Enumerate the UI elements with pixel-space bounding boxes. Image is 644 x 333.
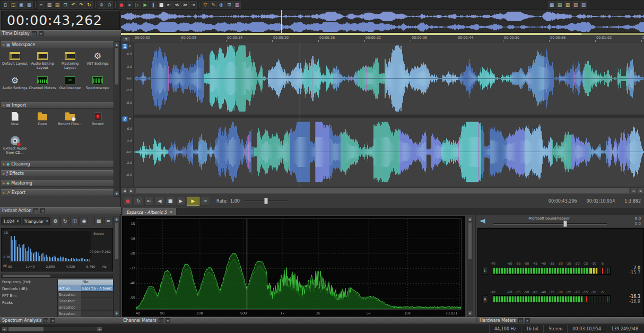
section-header-export[interactable]: ▸↗Export — [1, 189, 120, 196]
fft-display[interactable]: -10-19-28-37-46-55 40902005001k2k5k10k20… — [122, 216, 465, 317]
go-to-end-button[interactable]: ⇥ — [189, 1, 197, 9]
play-normal-button[interactable]: ▶ — [187, 197, 199, 206]
repeat-button[interactable]: ↻ — [85, 1, 93, 9]
pencil-tool-button[interactable]: ✎ — [210, 1, 217, 9]
waveform-channel-1[interactable] — [134, 42, 644, 115]
freeze-button[interactable]: ◉ — [80, 217, 88, 225]
scrollbar-thumb[interactable] — [8, 327, 43, 331]
workspace-item-vst-settings[interactable]: ⚙VST Settings — [84, 49, 111, 73]
stop-button[interactable]: ■ — [158, 1, 165, 9]
spectrum-mini-display[interactable]: -18 -138 dB Stereo 00:00:43,262 501,4402… — [1, 228, 113, 271]
redo-button[interactable]: ↷ — [77, 1, 85, 9]
close-panel-icon[interactable]: × — [40, 208, 45, 213]
go-to-start-button[interactable]: ⇤ — [144, 197, 154, 206]
snapshot-row[interactable]: Snapshot #1: — [58, 292, 113, 298]
channel-meters-scrollbar[interactable]: ▲▼ — [467, 216, 473, 317]
scroll-up-icon[interactable]: ▲ — [467, 216, 473, 222]
play-all-button[interactable]: ▷ — [134, 1, 141, 9]
scroll-down-icon[interactable]: ▼ — [114, 311, 119, 316]
trim-button[interactable]: ⊟ — [62, 1, 69, 9]
previous-button[interactable]: ◀ — [155, 197, 164, 206]
scrub-button[interactable]: ≈ — [201, 197, 210, 206]
record-button[interactable]: ● — [118, 1, 125, 9]
document-tab[interactable]: Esparza - Albeniz 5 × — [123, 208, 176, 215]
playback-cursor[interactable] — [300, 42, 300, 187]
spectrum-analysis-scrollbar[interactable]: ▲▼ — [114, 216, 120, 317]
zoom-in-icon[interactable]: ⊕ — [637, 188, 644, 194]
zoom-in-button[interactable]: ⊕ — [98, 1, 105, 9]
window-layout-2-button[interactable]: ▤ — [556, 1, 563, 9]
waveform-editor[interactable]: 1 ▼ 2 ▼ 6.02.0-Inf.-2.0-6.06.02.0-Inf.-2… — [121, 42, 644, 187]
workspace-item-oscilloscope[interactable]: ≈Oscilloscope — [56, 73, 84, 98]
time-ruler[interactable]: ▼ 00:00:0200:00:0800:00:1400:00:2000:00:… — [121, 33, 644, 42]
play-button[interactable]: ▶ — [176, 197, 186, 206]
file-save-all-button[interactable]: ▦ — [25, 1, 33, 9]
window-layout-1-button[interactable]: ▦ — [548, 1, 555, 9]
scroll-down-icon[interactable]: ▼ — [114, 191, 119, 196]
snapshot-row[interactable]: Snapshot #2: — [58, 298, 113, 304]
settings-button[interactable]: ⚙ — [51, 217, 59, 225]
float-panel-icon[interactable]: □ — [33, 208, 38, 213]
cut-button[interactable]: ✂ — [38, 1, 45, 9]
chevron-down-icon[interactable]: ▼ — [129, 117, 131, 120]
workspace-item-audio-settings[interactable]: ⚙Audio Settings — [1, 73, 29, 98]
workspace-item-spectroscope[interactable]: Spectroscope — [84, 73, 111, 98]
file-open-button[interactable]: ◱ — [10, 1, 17, 9]
close-panel-icon[interactable]: × — [166, 318, 170, 323]
import-item-new[interactable]: New — [1, 109, 29, 134]
scroll-up-icon[interactable]: ▲ — [114, 216, 119, 222]
paste-button[interactable]: ▤ — [54, 1, 61, 9]
import-item-record[interactable]: Record — [84, 109, 111, 134]
speaker-icon[interactable] — [481, 218, 487, 224]
window-layout-5-button[interactable]: ▨ — [580, 1, 587, 9]
overview-cursor[interactable] — [281, 10, 282, 33]
section-header-mastering[interactable]: ▸◈Mastering — [1, 180, 120, 187]
scrollbar-thumb[interactable] — [135, 188, 630, 194]
workspace-item-audio-editing-layout[interactable]: Audio Editing Layout — [29, 49, 56, 73]
workspace-item-mastering-layout[interactable]: Mastering Layout — [56, 49, 84, 73]
bottom-mini-scrollbar[interactable]: ◀ ▶ — [1, 327, 103, 332]
spectrum-h-scrollbar[interactable] — [1, 274, 113, 278]
scrollbar-thumb[interactable] — [3, 275, 50, 277]
scroll-up-icon[interactable]: ▲ — [114, 42, 119, 47]
scroll-right-icon[interactable]: ▶ — [128, 188, 135, 194]
snapshot-row[interactable]: Active:Esparza - Albeniz — [58, 285, 113, 292]
forward-button[interactable]: ≫ — [181, 1, 189, 9]
slider-thumb[interactable] — [264, 198, 268, 204]
close-panel-icon[interactable]: × — [525, 318, 530, 323]
scroll-right-icon[interactable]: ▶ — [97, 327, 102, 331]
window-type-dropdown[interactable]: Triangular ▼ — [22, 217, 50, 225]
file-new-button[interactable]: ▯ — [2, 1, 9, 9]
snapshot-row[interactable]: Snapshot #3: — [58, 304, 113, 311]
waveform-h-scrollbar[interactable]: ◀ ▶ ⊖ ⊕ — [121, 187, 644, 194]
ruler-menu-icon[interactable]: ▼ — [122, 36, 130, 41]
float-panel-icon[interactable]: □ — [518, 318, 523, 323]
section-header-workspace[interactable]: ▸ ▣ Workspace — [1, 41, 120, 48]
volume-slider-thumb[interactable] — [563, 221, 567, 227]
undo-button[interactable]: ↶ — [69, 1, 77, 9]
go-to-start-button[interactable]: ⇤ — [166, 1, 173, 9]
section-header-cleaning[interactable]: ▸◆Cleaning — [1, 161, 120, 168]
channel-2-badge[interactable]: 2 — [122, 116, 128, 122]
workspace-item-default-layout[interactable]: Default Layout — [1, 49, 29, 73]
instant-action-scrollbar[interactable]: ▲▼ — [114, 41, 120, 197]
stop-button[interactable]: ■ — [166, 197, 175, 206]
copy-button[interactable]: ▥ — [46, 1, 53, 9]
auto-ripple-button[interactable]: ▧ — [233, 1, 241, 9]
import-item-recent-files[interactable]: Recent Files... — [56, 109, 84, 134]
float-panel-icon[interactable]: □ — [159, 318, 163, 323]
refresh-button[interactable]: ↻ — [60, 217, 69, 225]
window-layout-4-button[interactable]: ▧ — [572, 1, 579, 9]
rewind-button[interactable]: ≪ — [173, 1, 181, 9]
scroll-left-icon[interactable]: ◀ — [121, 188, 128, 194]
close-panel-icon[interactable]: × — [50, 318, 55, 323]
float-panel-icon[interactable]: □ — [32, 31, 37, 36]
zoom-out-icon[interactable]: ⊖ — [630, 188, 637, 194]
chevron-down-icon[interactable]: ▼ — [129, 45, 131, 48]
workspace-item-channel-meters[interactable]: Channel Meters — [29, 73, 56, 98]
record-button[interactable]: ● — [123, 197, 133, 206]
pause-button[interactable]: ‖ — [150, 1, 157, 9]
section-header-import[interactable]: ▸ ▤ Import — [1, 102, 120, 109]
snapshot-row[interactable]: Snapshot #4: — [58, 311, 113, 317]
loop-region-bar[interactable] — [121, 33, 644, 35]
